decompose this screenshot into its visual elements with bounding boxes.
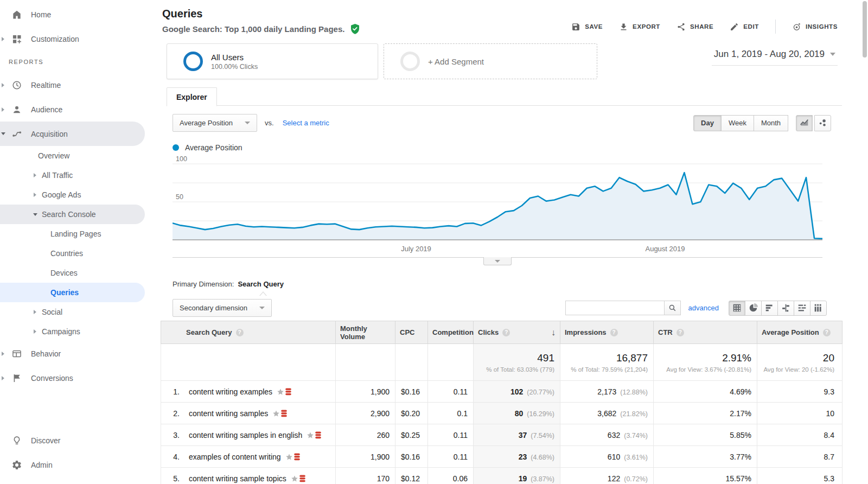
star-icon[interactable] bbox=[277, 388, 284, 396]
collapse-arrow-icon bbox=[33, 213, 37, 216]
cell-cpc: $0.12 bbox=[395, 468, 428, 484]
timeseries-chart[interactable]: 100 50 July 2019 August 2019 bbox=[173, 153, 822, 255]
table-body: 1.content writing examples1,900$0.160.11… bbox=[161, 381, 843, 484]
secondary-dimension-dropdown[interactable]: Secondary dimension bbox=[173, 299, 272, 317]
sidebar-item-campaigns[interactable]: Campaigns bbox=[0, 322, 145, 341]
sidebar-item-overview[interactable]: Overview bbox=[0, 146, 145, 165]
totals-impressions: 16,877 % of Total: 79.59% (21,204) bbox=[560, 344, 654, 381]
sidebar-item-discover[interactable]: Discover bbox=[0, 428, 145, 453]
help-icon[interactable]: ? bbox=[676, 329, 684, 336]
sidebar-item-admin[interactable]: Admin bbox=[0, 453, 145, 477]
scrubber-handle[interactable] bbox=[483, 257, 512, 265]
sidebar-item-google-ads[interactable]: Google Ads bbox=[0, 185, 145, 205]
share-button[interactable]: SHARE bbox=[676, 22, 713, 31]
sidebar-item-search-console[interactable]: Search Console bbox=[0, 205, 145, 224]
performance-view-button[interactable] bbox=[761, 301, 778, 316]
page-title: Queries bbox=[162, 8, 868, 20]
column-header-competition[interactable]: Competition bbox=[428, 321, 474, 344]
percentage-view-button[interactable] bbox=[745, 301, 762, 316]
granularity-month-button[interactable]: Month bbox=[754, 115, 788, 131]
save-button[interactable]: SAVE bbox=[571, 22, 603, 31]
keyword-metrics-icon[interactable] bbox=[285, 388, 291, 396]
reports-section-label: REPORTS bbox=[0, 51, 145, 73]
advanced-link[interactable]: advanced bbox=[688, 304, 719, 312]
save-icon bbox=[571, 22, 580, 31]
column-header-clicks[interactable]: Clicks?↓ bbox=[474, 321, 560, 344]
segment-ring-icon bbox=[183, 52, 203, 71]
keyword-metrics-icon[interactable] bbox=[294, 453, 300, 461]
search-input[interactable] bbox=[565, 301, 664, 315]
sidebar-item-countries[interactable]: Countries bbox=[0, 244, 145, 263]
sidebar-item-label: Conversions bbox=[31, 374, 73, 383]
row-rank: 1. bbox=[167, 387, 180, 396]
help-icon[interactable]: ? bbox=[502, 329, 510, 336]
primary-dimension-label: Primary Dimension: bbox=[173, 280, 234, 288]
primary-dimension-search-query[interactable]: Search Query bbox=[238, 280, 284, 288]
search-query-text: content writing samples bbox=[189, 409, 268, 418]
y-axis-tick: 100 bbox=[176, 155, 187, 163]
granularity-day-button[interactable]: Day bbox=[693, 115, 722, 131]
sidebar-item-home[interactable]: Home bbox=[0, 2, 145, 27]
sidebar-item-landing-pages[interactable]: Landing Pages bbox=[0, 224, 145, 244]
line-chart-view-button[interactable] bbox=[796, 115, 813, 131]
star-icon[interactable] bbox=[307, 431, 314, 439]
help-icon[interactable]: ? bbox=[823, 329, 831, 336]
cell-empty bbox=[428, 344, 474, 381]
column-header-impressions[interactable]: Impressions? bbox=[560, 321, 654, 344]
x-axis-tick: August 2019 bbox=[645, 245, 685, 253]
term-cloud-view-button[interactable] bbox=[794, 301, 810, 316]
sidebar-item-label: Devices bbox=[50, 269, 78, 277]
vertical-scrollbar-thumb[interactable] bbox=[863, 1, 867, 58]
sidebar-nav: Home Customization REPORTS Realtime Audi… bbox=[0, 0, 145, 484]
timeline-scrubber[interactable] bbox=[173, 257, 822, 266]
segment-detail: 100.00% Clicks bbox=[211, 63, 258, 71]
export-button[interactable]: EXPORT bbox=[619, 22, 660, 31]
column-header-search-query[interactable]: Search Query? bbox=[161, 321, 336, 344]
column-header-average-position[interactable]: Average Position? bbox=[757, 321, 843, 344]
column-header-cpc[interactable]: CPC bbox=[395, 321, 428, 344]
comparison-view-button[interactable] bbox=[777, 301, 794, 316]
sidebar-item-all-traffic[interactable]: All Traffic bbox=[0, 165, 145, 185]
sidebar-item-audience[interactable]: Audience bbox=[0, 97, 145, 122]
all-users-segment-chip[interactable]: All Users 100.00% Clicks bbox=[167, 43, 378, 79]
help-icon[interactable]: ? bbox=[610, 329, 618, 336]
insights-button[interactable]: INSIGHTS bbox=[792, 22, 838, 31]
sidebar-item-customization[interactable]: Customization bbox=[0, 27, 145, 51]
motion-chart-view-button[interactable] bbox=[814, 115, 831, 131]
select-metric-link[interactable]: Select a metric bbox=[283, 119, 329, 127]
cell-cpc: $0.16 bbox=[395, 446, 428, 468]
column-header-monthly-volume[interactable]: Monthly Volume bbox=[336, 321, 395, 344]
cell-ctr: 15.57% bbox=[654, 468, 757, 484]
star-icon[interactable] bbox=[285, 453, 293, 461]
metric-select-dropdown[interactable]: Average Position bbox=[173, 114, 257, 132]
column-header-ctr[interactable]: CTR? bbox=[654, 321, 757, 344]
sidebar-item-realtime[interactable]: Realtime bbox=[0, 73, 145, 97]
cell-avg-position: 9.3 bbox=[757, 381, 843, 403]
help-icon[interactable]: ? bbox=[236, 329, 244, 336]
date-range-selector[interactable]: Jun 1, 2019 - Aug 20, 2019 bbox=[712, 48, 838, 66]
star-icon[interactable] bbox=[291, 475, 298, 482]
search-button[interactable] bbox=[664, 301, 681, 315]
cell-avg-position: 8.4 bbox=[757, 424, 843, 446]
sidebar-item-acquisition[interactable]: Acquisition bbox=[0, 122, 145, 146]
sidebar-item-behavior[interactable]: Behavior bbox=[0, 341, 145, 366]
discover-icon bbox=[11, 435, 23, 446]
line-chart-icon bbox=[800, 118, 809, 128]
sidebar-item-conversions[interactable]: Conversions bbox=[0, 366, 145, 390]
keyword-metrics-icon[interactable] bbox=[315, 431, 321, 439]
sidebar-item-queries[interactable]: Queries bbox=[0, 283, 145, 302]
sidebar-item-social[interactable]: Social bbox=[0, 302, 145, 322]
series-color-dot bbox=[173, 144, 179, 151]
star-icon[interactable] bbox=[272, 410, 280, 417]
expand-arrow-icon bbox=[34, 329, 36, 334]
data-table-view-button[interactable] bbox=[729, 301, 745, 316]
pivot-view-button[interactable] bbox=[810, 301, 827, 316]
sidebar-item-devices[interactable]: Devices bbox=[0, 263, 145, 283]
tab-explorer[interactable]: Explorer bbox=[167, 87, 217, 106]
keyword-metrics-icon[interactable] bbox=[299, 475, 305, 482]
add-segment-button[interactable]: + Add Segment bbox=[384, 43, 597, 79]
edit-button[interactable]: EDIT bbox=[730, 22, 759, 31]
keyword-metrics-icon[interactable] bbox=[281, 410, 287, 417]
granularity-week-button[interactable]: Week bbox=[721, 115, 754, 131]
cell-search-query: 4.examples of content writing bbox=[161, 446, 336, 468]
